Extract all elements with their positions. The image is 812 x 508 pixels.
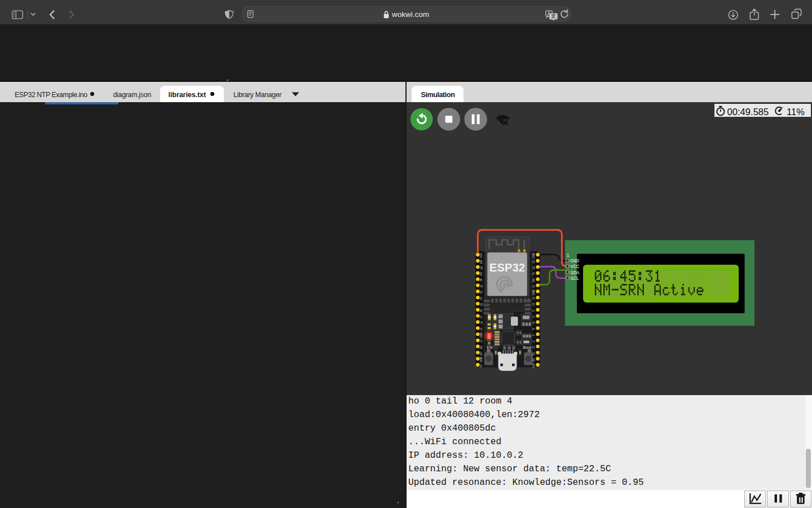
svg-text:0: 0: [532, 334, 535, 336]
svg-text:34: 34: [480, 278, 483, 282]
svg-text:13: 13: [480, 340, 483, 343]
svg-text:4: 4: [532, 328, 535, 330]
svg-text:15: 15: [532, 345, 535, 349]
svg-text:D2: D2: [480, 345, 483, 349]
svg-text:CLK: CLK: [532, 362, 535, 368]
svg-text:ESP32: ESP32: [489, 261, 525, 274]
svg-text:VP: VP: [480, 266, 483, 269]
svg-text:14: 14: [480, 321, 483, 325]
svg-text:GND: GND: [532, 289, 535, 295]
svg-text:TX: TX: [532, 272, 535, 275]
svg-text:18: 18: [532, 303, 535, 306]
svg-text:19: 19: [532, 297, 535, 300]
svg-text:EN: EN: [487, 345, 493, 349]
svg-text:35: 35: [480, 284, 483, 288]
svg-text:22: 22: [532, 266, 535, 270]
svg-text:CMD: CMD: [480, 356, 483, 362]
svg-text:27: 27: [480, 315, 483, 318]
svg-text:26: 26: [480, 309, 483, 312]
svg-text:GND: GND: [571, 259, 580, 264]
svg-text:EN: EN: [480, 260, 483, 263]
svg-text:VN: VN: [480, 272, 483, 275]
svg-text:RX: RX: [532, 278, 535, 282]
svg-text:D1: D1: [532, 352, 535, 355]
svg-text:D3: D3: [480, 352, 483, 355]
svg-text:GND: GND: [480, 332, 483, 338]
svg-text:3V3: 3V3: [480, 253, 483, 258]
svg-text:SDA: SDA: [571, 270, 580, 276]
svg-text:D0: D0: [532, 358, 535, 361]
svg-text:23: 23: [532, 260, 535, 264]
svg-text:1: 1: [567, 253, 570, 259]
svg-text:5: 5: [532, 310, 535, 312]
svg-text:SCL: SCL: [571, 276, 580, 282]
svg-text:25: 25: [480, 303, 483, 306]
svg-text:16: 16: [532, 321, 535, 325]
svg-text:32: 32: [480, 291, 483, 294]
svg-text:21: 21: [532, 284, 535, 288]
svg-text:5V: 5V: [480, 364, 483, 367]
svg-text:GND: GND: [532, 252, 535, 259]
svg-text:VCC: VCC: [571, 264, 580, 270]
svg-text:12: 12: [480, 327, 483, 331]
svg-text:17: 17: [532, 315, 535, 318]
svg-text:33: 33: [480, 297, 483, 300]
svg-text:Boot: Boot: [523, 345, 531, 349]
svg-text:2: 2: [532, 340, 535, 342]
